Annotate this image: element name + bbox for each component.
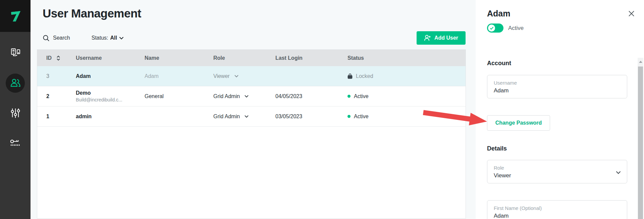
cell-username: Adam <box>76 73 145 79</box>
cell-email: Build@incredibuild.c... <box>76 97 145 102</box>
cell-name: General <box>145 93 213 99</box>
main-content: User Management Search Status: All Add U… <box>31 0 476 219</box>
active-toggle-row: Active <box>487 24 524 33</box>
cell-status: Locked <box>347 73 466 79</box>
role-select-value: Viewer <box>494 172 627 179</box>
change-password-button[interactable]: Change Password <box>487 115 550 131</box>
users-table: ID Username Name Role Last Login Status … <box>37 49 466 219</box>
active-status-dot <box>347 115 351 118</box>
scrollbar-thumb[interactable] <box>638 67 643 219</box>
sort-icon[interactable] <box>56 55 60 61</box>
panel-scrollbar[interactable] <box>638 58 643 219</box>
table-row-demo[interactable]: 2 Demo Build@incredibuild.c... General G… <box>37 86 466 106</box>
username-field[interactable]: Username Adam <box>487 75 627 98</box>
account-section-heading: Account <box>487 60 511 67</box>
column-header-id[interactable]: ID <box>46 55 76 61</box>
first-name-field-label: First Name (Optional) <box>494 205 627 211</box>
toggle-knob <box>488 25 495 32</box>
column-header-username[interactable]: Username <box>76 55 145 61</box>
cell-username: Demo Build@incredibuild.c... <box>76 90 145 102</box>
column-header-role[interactable]: Role <box>213 55 275 61</box>
first-name-field-value: Adam <box>494 213 627 219</box>
user-detail-panel: Adam Active Account Username Adam Change… <box>476 0 644 219</box>
active-toggle[interactable] <box>487 24 503 33</box>
column-header-status[interactable]: Status <box>347 55 466 61</box>
search-icon <box>43 35 50 42</box>
cell-status: Active <box>347 114 466 120</box>
active-status-dot <box>347 95 351 98</box>
cell-status: Active <box>347 93 466 99</box>
chevron-down-icon <box>245 115 249 118</box>
status-filter-dropdown[interactable]: Status: All <box>92 35 124 41</box>
cell-username: admin <box>76 114 145 120</box>
status-filter-value: All <box>110 35 117 41</box>
toolbar: Search Status: All <box>43 32 124 44</box>
first-name-field[interactable]: First Name (Optional) Adam <box>487 200 627 219</box>
cell-id: 3 <box>46 73 76 79</box>
app-logo[interactable] <box>0 0 31 32</box>
role-dropdown[interactable]: Grid Admin <box>213 93 275 99</box>
role-dropdown[interactable]: Grid Admin <box>213 114 275 120</box>
lock-icon <box>347 73 353 79</box>
users-icon <box>9 77 21 89</box>
table-header-row: ID Username Name Role Last Login Status <box>37 50 466 66</box>
cell-id: 1 <box>46 114 76 120</box>
column-header-last-login[interactable]: Last Login <box>275 55 347 61</box>
username-field-label: Username <box>494 80 627 86</box>
chevron-down-icon <box>234 75 238 78</box>
search-input[interactable]: Search <box>43 35 70 42</box>
panel-title: Adam <box>487 9 510 18</box>
role-select-label: Role <box>494 165 627 171</box>
cell-id: 2 <box>46 93 76 99</box>
sidebar <box>0 0 31 219</box>
username-field-value: Adam <box>494 87 627 94</box>
grid-machines-icon <box>10 47 21 58</box>
cell-name: Adam <box>145 73 213 79</box>
active-toggle-label: Active <box>508 25 524 32</box>
chevron-down-icon <box>119 37 124 40</box>
table-row-adam[interactable]: 3 Adam Adam Viewer Locked <box>37 66 466 86</box>
role-dropdown[interactable]: Viewer <box>213 73 275 79</box>
add-user-icon <box>424 35 431 41</box>
incredibuild-logo-icon <box>8 9 23 24</box>
close-panel-button[interactable] <box>627 9 635 17</box>
license-key-icon <box>9 137 22 150</box>
check-icon <box>490 27 494 30</box>
sidebar-item-users[interactable] <box>0 74 31 92</box>
sidebar-item-license[interactable] <box>0 134 31 153</box>
chevron-down-icon <box>245 95 249 98</box>
scrollbar-up-arrow-icon[interactable] <box>639 61 642 63</box>
close-icon <box>628 10 635 17</box>
column-header-name[interactable]: Name <box>145 55 213 61</box>
search-placeholder: Search <box>53 35 70 41</box>
chevron-down-icon <box>616 171 621 174</box>
settings-sliders-icon <box>10 107 21 119</box>
add-user-label: Add User <box>434 35 458 41</box>
page-title: User Management <box>43 7 141 20</box>
cell-last-login: 04/05/2023 <box>275 93 347 99</box>
sidebar-item-grid-machines[interactable] <box>0 43 31 62</box>
details-section-heading: Details <box>487 145 507 152</box>
status-filter-label: Status: <box>92 35 108 41</box>
sidebar-item-settings[interactable] <box>0 104 31 123</box>
add-user-button[interactable]: Add User <box>417 31 466 45</box>
role-select[interactable]: Role Viewer <box>487 160 627 183</box>
cell-last-login: 03/05/2023 <box>275 114 347 120</box>
table-row-admin[interactable]: 1 admin Grid Admin 03/05/2023 Active <box>37 106 466 127</box>
